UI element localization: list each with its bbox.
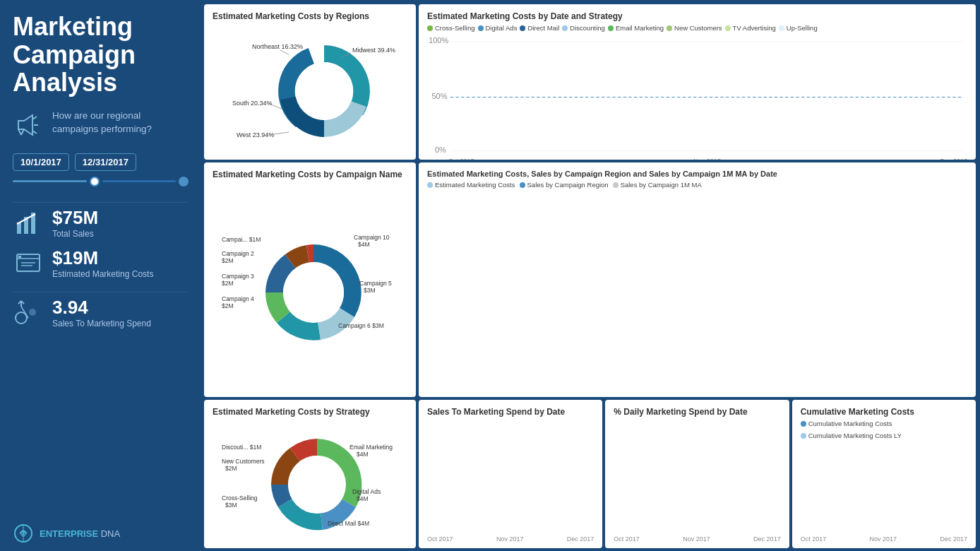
sales-spend-chart-area bbox=[427, 420, 594, 534]
brand-name: ENTERPRISE DNA bbox=[40, 528, 120, 539]
svg-text:Campaign 4: Campaign 4 bbox=[222, 295, 254, 302]
svg-text:$2M: $2M bbox=[222, 280, 234, 287]
svg-text:$4M: $4M bbox=[357, 451, 369, 458]
slider-thumb-right[interactable] bbox=[179, 177, 189, 186]
cumulative-title: Cumulative Marketing Costs bbox=[801, 407, 967, 417]
page-title: MarketingCampaignAnalysis bbox=[13, 13, 189, 97]
slider-track-left bbox=[13, 180, 87, 182]
daily-spend-chart-area bbox=[614, 420, 780, 534]
total-sales-label: Total Sales bbox=[52, 229, 98, 239]
strategy-donut-card: Estimated Marketing Costs by Strategy bbox=[204, 400, 416, 548]
strategy-donut-area: Discouti... $1M New Customers $2M Cross-… bbox=[213, 420, 407, 543]
date-range-row[interactable]: 10/1/2017 12/31/2017 bbox=[13, 153, 189, 171]
svg-text:Discouti... $1M: Discouti... $1M bbox=[222, 444, 261, 451]
svg-text:$2M: $2M bbox=[225, 465, 237, 472]
cumulative-x-labels: Oct 2017 Nov 2017 Dec 2017 bbox=[801, 534, 967, 543]
svg-text:West 23.94%: West 23.94% bbox=[237, 131, 274, 138]
sales-spend-card: Sales To Marketing Spend by Date Oct 201… bbox=[419, 400, 602, 548]
svg-text:Northeast 16.32%: Northeast 16.32% bbox=[252, 43, 303, 50]
regions-chart-card: Estimated Marketing Costs by Regions bbox=[204, 4, 416, 160]
daily-spend-title: % Daily Marketing Spend by Date bbox=[614, 407, 780, 417]
megaphone-icon bbox=[13, 109, 44, 141]
marketing-costs-metric: $19M Estimated Marketing Costs bbox=[52, 247, 153, 279]
svg-text:Midwest 39.4%: Midwest 39.4% bbox=[352, 47, 395, 54]
strategy-date-title: Estimated Marketing Costs by Date and St… bbox=[427, 11, 967, 21]
svg-text:Campaign 5: Campaign 5 bbox=[359, 280, 392, 287]
svg-text:$2M: $2M bbox=[222, 257, 234, 264]
strategy-legend: Cross-Selling Digital Ads Direct Mail Di… bbox=[427, 24, 967, 32]
svg-text:$4M: $4M bbox=[358, 241, 370, 248]
regional-question-text: How are our regional campaigns performin… bbox=[52, 109, 189, 136]
sales-spend-title: Sales To Marketing Spend by Date bbox=[427, 407, 594, 417]
svg-point-21 bbox=[29, 309, 36, 316]
marketing-costs-label: Estimated Marketing Costs bbox=[52, 269, 153, 279]
svg-text:$4M: $4M bbox=[357, 495, 369, 502]
strategy-date-card: Estimated Marketing Costs by Date and St… bbox=[419, 4, 976, 160]
brand-text: ENTERPRISE DNA bbox=[40, 528, 120, 539]
daily-spend-card: % Daily Marketing Spend by Date Oct 2017… bbox=[605, 400, 789, 548]
divider-2 bbox=[13, 292, 189, 292]
svg-text:New Customers: New Customers bbox=[222, 458, 264, 465]
total-sales-metric: $75M Total Sales bbox=[52, 207, 98, 239]
sales-icon bbox=[13, 207, 44, 238]
svg-point-24 bbox=[295, 62, 353, 120]
stacked-bar-area: 100% 50% 0% bars generated programmatica… bbox=[427, 34, 967, 156]
svg-text:Cross-Selling: Cross-Selling bbox=[222, 494, 258, 502]
combined-chart-card: Estimated Marketing Costs, Sales by Camp… bbox=[419, 162, 976, 397]
date-end-badge[interactable]: 12/31/2017 bbox=[75, 153, 136, 171]
daily-spend-x-labels: Oct 2017 Nov 2017 Dec 2017 bbox=[614, 534, 780, 543]
cumulative-chart-area bbox=[801, 442, 967, 534]
sidebar: MarketingCampaignAnalysis How are our re… bbox=[0, 0, 201, 551]
regional-question-section: How are our regional campaigns performin… bbox=[13, 109, 189, 141]
divider-1 bbox=[13, 202, 189, 203]
svg-line-3 bbox=[21, 129, 24, 135]
svg-text:$3M: $3M bbox=[225, 502, 237, 509]
svg-text:South 20.34%: South 20.34% bbox=[232, 100, 273, 107]
total-sales-row: $75M Total Sales bbox=[13, 207, 189, 239]
svg-text:Direct Mail $4M: Direct Mail $4M bbox=[328, 520, 369, 527]
svg-text:Campai... $1M: Campai... $1M bbox=[222, 236, 261, 243]
marketing-costs-row: $19M Estimated Marketing Costs bbox=[13, 247, 189, 279]
regions-chart-title: Estimated Marketing Costs by Regions bbox=[213, 11, 407, 21]
svg-text:Digital Ads: Digital Ads bbox=[352, 488, 381, 495]
combined-legend: Estimated Marketing Costs Sales by Campa… bbox=[427, 181, 967, 189]
cumulative-card: Cumulative Marketing Costs Cumulative Ma… bbox=[792, 400, 976, 548]
ratio-label: Sales To Marketing Spend bbox=[52, 319, 151, 328]
ratio-metric: 3.94 Sales To Marketing Spend bbox=[52, 297, 151, 328]
cumulative-legend: Cumulative Marketing Costs Cumulative Ma… bbox=[801, 420, 967, 439]
slider-thumb-left[interactable] bbox=[90, 177, 100, 186]
svg-text:Email Marketing: Email Marketing bbox=[349, 444, 393, 451]
svg-point-16 bbox=[16, 312, 27, 324]
combined-chart-title: Estimated Marketing Costs, Sales by Camp… bbox=[427, 170, 967, 178]
svg-text:$2M: $2M bbox=[222, 302, 234, 309]
svg-line-2 bbox=[18, 129, 21, 135]
enterprise-logo: ENTERPRISE DNA bbox=[13, 517, 189, 544]
svg-point-53 bbox=[288, 456, 346, 514]
svg-text:Campaign 6 $3M: Campaign 6 $3M bbox=[338, 322, 384, 329]
date-slider[interactable] bbox=[13, 177, 189, 186]
svg-rect-15 bbox=[18, 256, 21, 258]
ratio-value: 3.94 bbox=[52, 297, 151, 319]
ratio-icon bbox=[13, 297, 44, 328]
strategy-donut-title: Estimated Marketing Costs by Strategy bbox=[213, 407, 407, 417]
marketing-costs-value: $19M bbox=[52, 247, 153, 269]
slider-track-right bbox=[102, 180, 177, 182]
campaign-chart-title: Estimated Marketing Costs by Campaign Na… bbox=[213, 170, 407, 179]
campaign-donut-area: Campai... $1M Campaign 2 $2M Campaign 3 … bbox=[213, 182, 407, 391]
svg-line-26 bbox=[280, 50, 289, 54]
costs-icon bbox=[13, 247, 44, 278]
svg-text:Campaign 10: Campaign 10 bbox=[354, 234, 390, 241]
total-sales-value: $75M bbox=[52, 207, 98, 229]
ratio-row: 3.94 Sales To Marketing Spend bbox=[13, 297, 189, 328]
svg-point-40 bbox=[283, 262, 344, 323]
bottom-charts-row: Sales To Marketing Spend by Date Oct 201… bbox=[419, 400, 976, 548]
combined-chart-area bbox=[427, 191, 967, 397]
campaign-chart-card: Estimated Marketing Costs by Campaign Na… bbox=[204, 162, 416, 397]
sales-spend-x-labels: Oct 2017 Nov 2017 Dec 2017 bbox=[427, 534, 594, 543]
svg-text:Campaign 2: Campaign 2 bbox=[222, 250, 254, 257]
main-content: Estimated Marketing Costs by Regions bbox=[201, 0, 980, 551]
date-start-badge[interactable]: 10/1/2017 bbox=[13, 153, 69, 171]
svg-text:Campaign 3: Campaign 3 bbox=[222, 273, 254, 280]
svg-text:$3M: $3M bbox=[364, 287, 376, 294]
strategy-date-x-labels: Oct 2017 Nov 2017 Dec 2017 bbox=[427, 156, 967, 160]
